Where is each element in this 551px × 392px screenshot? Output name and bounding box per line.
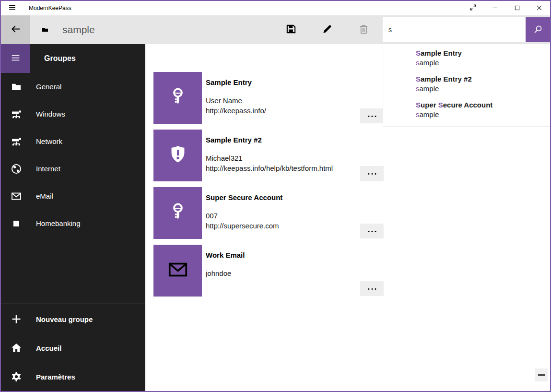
- entry-details: Michael321http://keepass.info/help/kb/te…: [206, 153, 333, 173]
- sidebar-group-general[interactable]: General: [1, 73, 145, 100]
- entry-more-button[interactable]: [360, 224, 384, 238]
- window-title: ModernKeePass: [29, 5, 71, 12]
- action-label: Nouveau groupe: [36, 315, 93, 323]
- square-icon: [11, 218, 22, 229]
- entry-tile[interactable]: [153, 187, 202, 239]
- search-result-title: Sample Entry: [416, 48, 550, 58]
- entry-details: User Namehttp://keepass.info/: [206, 95, 266, 116]
- globe-icon: [11, 163, 22, 175]
- database-folder-icon: [41, 25, 49, 34]
- fullscreen-button[interactable]: [462, 1, 484, 15]
- sidebar-action-plus[interactable]: Nouveau groupe: [1, 305, 145, 333]
- app-command-bar: sample: [1, 15, 550, 44]
- dots-icon: [367, 285, 377, 292]
- sidebar-separator: [1, 304, 145, 304]
- app-window: ModernKeePass sample: [0, 0, 551, 392]
- search-result-subtitle: sample: [416, 110, 550, 119]
- zoom-out-button[interactable]: [535, 368, 548, 381]
- sidebar-group-homebanking[interactable]: Homebanking: [1, 210, 145, 237]
- dots-icon: [367, 112, 377, 119]
- sidebar-group-email[interactable]: eMail: [1, 182, 145, 210]
- search-button[interactable]: [526, 17, 550, 42]
- delete-button[interactable]: [352, 15, 375, 44]
- entry-text: Super Secure Account 007http://supersecu…: [206, 187, 282, 239]
- trash-icon: [358, 24, 369, 36]
- entry-text: Sample Entry User Namehttp://keepass.inf…: [206, 72, 266, 124]
- hamburger-icon: [8, 3, 16, 13]
- search-result-item[interactable]: Sample Entry sample: [416, 48, 550, 68]
- group-label: Internet: [36, 165, 60, 173]
- entry-more-button[interactable]: [360, 108, 384, 123]
- entry-title: Sample Entry: [206, 79, 266, 86]
- entry-text: Sample Entry #2 Michael321http://keepass…: [206, 130, 333, 181]
- plus-icon: [11, 313, 22, 325]
- sidebar-group-internet[interactable]: Internet: [1, 155, 145, 182]
- entry-row: Sample Entry User Namehttp://keepass.inf…: [153, 72, 384, 124]
- dots-icon: [367, 170, 377, 177]
- group-label: Homebanking: [36, 219, 81, 227]
- sidebar-action-gear[interactable]: Paramètres: [1, 362, 145, 391]
- sidebar-footer: Nouveau groupe Accueil Paramètres: [1, 305, 145, 391]
- maximize-button[interactable]: [506, 1, 528, 15]
- sidebar: Groupes General Windows Network Internet…: [1, 44, 145, 391]
- search-result-item[interactable]: Sample Entry #2 sample: [416, 74, 550, 94]
- entry-tile[interactable]: [153, 130, 202, 181]
- mail-icon: [167, 259, 189, 283]
- mail-icon: [11, 190, 22, 202]
- entry-details: 007http://supersecure.com: [206, 211, 282, 231]
- entry-more-button[interactable]: [360, 166, 384, 181]
- entry-title: Sample Entry #2: [206, 136, 333, 144]
- entry-more-button[interactable]: [360, 281, 384, 296]
- key-icon: [167, 86, 189, 110]
- network-icon: [11, 108, 22, 120]
- key-icon: [167, 201, 189, 225]
- entry-details: johndoe: [206, 268, 245, 278]
- magnifier-icon: [533, 24, 543, 36]
- gear-icon: [11, 371, 22, 382]
- hamburger-icon: [11, 53, 21, 64]
- body-area: Groupes General Windows Network Internet…: [1, 44, 550, 391]
- entry-row: Work Email johndoe: [153, 245, 384, 297]
- search-suggestions: Sample Entry sample Sample Entry #2 samp…: [383, 44, 550, 127]
- entry-row: Sample Entry #2 Michael321http://keepass…: [153, 130, 384, 181]
- edit-button[interactable]: [315, 15, 339, 44]
- group-label: General: [36, 83, 61, 91]
- sidebar-header: Groupes: [1, 44, 145, 73]
- search-result-item[interactable]: Super Secure Account sample: [416, 100, 550, 119]
- entry-text: Work Email johndoe: [206, 245, 245, 297]
- minimize-dash-icon: [492, 5, 498, 12]
- folder-icon: [11, 81, 22, 93]
- group-list: General Windows Network Internet eMail H…: [1, 73, 145, 237]
- close-button[interactable]: [528, 1, 550, 15]
- pencil-icon: [322, 24, 333, 36]
- minimize-button[interactable]: [484, 1, 506, 15]
- sidebar-group-network[interactable]: Network: [1, 128, 145, 155]
- group-label: Windows: [36, 110, 65, 118]
- search-input[interactable]: [383, 17, 526, 42]
- minus-icon: [538, 374, 545, 376]
- titlebar: ModernKeePass: [1, 1, 550, 15]
- dots-icon: [367, 227, 377, 235]
- groups-heading: Groupes: [44, 54, 76, 63]
- sidebar-action-home[interactable]: Accueil: [1, 333, 145, 362]
- titlebar-hamburger-button[interactable]: [4, 1, 20, 15]
- entry-tile[interactable]: [153, 245, 202, 297]
- entry-list: Sample Entry User Namehttp://keepass.inf…: [153, 72, 384, 302]
- database-title: sample: [62, 24, 95, 36]
- maximize-square-icon: [515, 5, 520, 12]
- network-icon: [11, 136, 22, 147]
- close-x-icon: [537, 5, 542, 12]
- search-result-subtitle: sample: [416, 84, 550, 94]
- entry-title: Work Email: [206, 251, 245, 259]
- home-icon: [11, 342, 22, 354]
- save-button[interactable]: [279, 15, 303, 44]
- sidebar-group-windows[interactable]: Windows: [1, 100, 145, 128]
- entry-tile[interactable]: [153, 72, 202, 124]
- back-button[interactable]: [1, 15, 30, 44]
- sidebar-hamburger-button[interactable]: [1, 44, 30, 73]
- search-box: [383, 17, 550, 42]
- search-result-subtitle: sample: [416, 58, 550, 68]
- save-icon: [285, 24, 296, 36]
- entry-row: Super Secure Account 007http://supersecu…: [153, 187, 384, 239]
- group-label: eMail: [36, 192, 53, 200]
